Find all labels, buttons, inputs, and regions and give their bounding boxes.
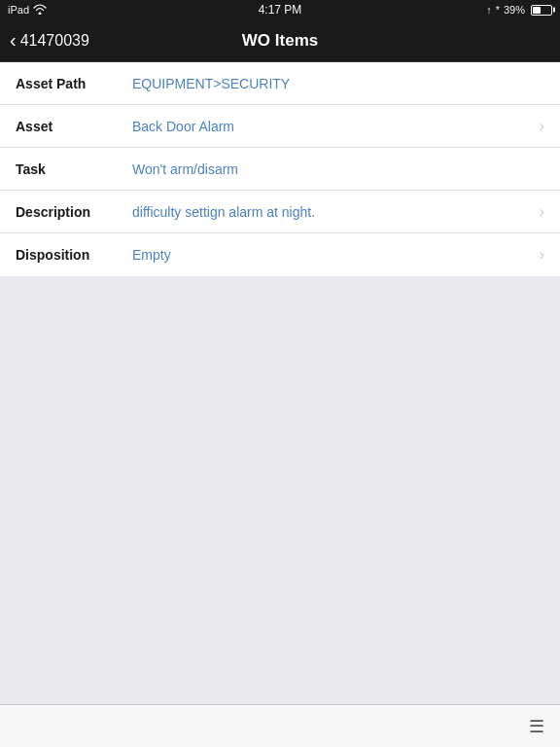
wifi-icon — [33, 4, 47, 17]
row-label: Disposition — [16, 247, 132, 263]
row-value: Won't arm/disarm — [132, 161, 544, 177]
status-bar: iPad 4:17 PM ↑ * 39% — [0, 0, 560, 19]
navigation-bar: ‹ 41470039 WO Items — [0, 19, 560, 62]
status-right: ↑ * 39% — [486, 4, 552, 16]
row-label: Asset — [16, 119, 132, 134]
arrow-icon: ↑ — [486, 4, 492, 16]
chevron-right-icon: › — [540, 203, 544, 221]
form-row: Asset PathEQUIPMENT>SECURITY — [0, 62, 560, 105]
form-row[interactable]: DispositionEmpty› — [0, 233, 560, 276]
form-content: Asset PathEQUIPMENT>SECURITYAssetBack Do… — [0, 62, 560, 276]
bottom-toolbar: ☰ — [0, 704, 560, 747]
row-value: difficulty settign alarm at night. — [132, 204, 532, 220]
back-chevron-icon: ‹ — [10, 30, 17, 50]
battery-icon — [531, 5, 552, 16]
status-left: iPad — [8, 4, 47, 17]
bluetooth-icon: * — [496, 4, 500, 16]
form-row: TaskWon't arm/disarm — [0, 148, 560, 191]
back-button[interactable]: ‹ 41470039 — [10, 31, 89, 50]
battery-percent: 39% — [504, 4, 525, 16]
row-label: Description — [16, 204, 132, 220]
form-section: Asset PathEQUIPMENT>SECURITYAssetBack Do… — [0, 62, 560, 276]
form-row[interactable]: Descriptiondifficulty settign alarm at n… — [0, 191, 560, 233]
menu-icon[interactable]: ☰ — [529, 716, 544, 737]
status-time: 4:17 PM — [259, 3, 302, 17]
form-row[interactable]: AssetBack Door Alarm› — [0, 105, 560, 148]
row-value: Empty — [132, 247, 532, 263]
row-label: Asset Path — [16, 76, 132, 91]
chevron-right-icon: › — [540, 246, 544, 264]
chevron-right-icon: › — [540, 118, 544, 135]
back-label: 41470039 — [20, 32, 89, 50]
row-label: Task — [16, 161, 132, 177]
row-value: Back Door Alarm — [132, 119, 532, 134]
page-title: WO Items — [242, 31, 318, 51]
row-value: EQUIPMENT>SECURITY — [132, 76, 544, 91]
carrier-label: iPad — [8, 4, 29, 16]
